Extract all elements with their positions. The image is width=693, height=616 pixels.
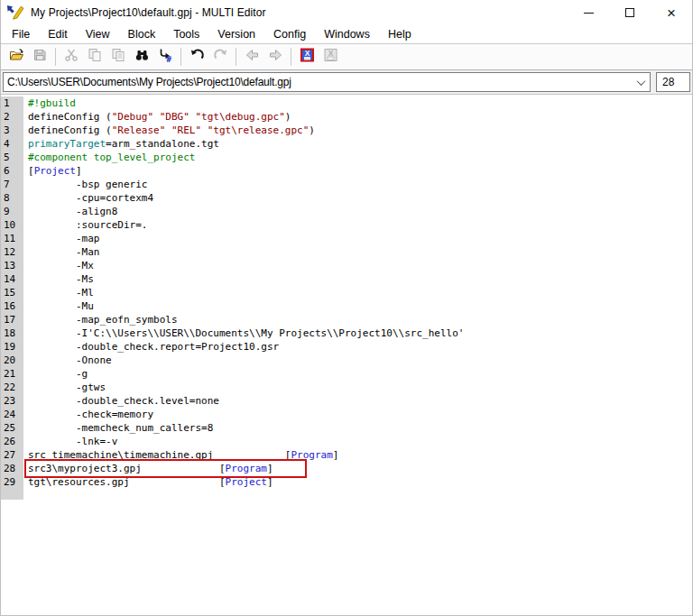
save-button[interactable]	[28, 46, 51, 68]
menu-file[interactable]: File	[3, 26, 39, 42]
line-number-gutter	[1, 489, 23, 500]
line-number: 5	[1, 151, 23, 164]
line-number: 25	[1, 421, 23, 435]
redo-button[interactable]	[208, 46, 232, 68]
editor-row-26: 26 -lnk=-v	[1, 435, 692, 448]
copy-button[interactable]	[83, 46, 106, 68]
code-line[interactable]: -Ml	[23, 286, 94, 299]
editor-row-4: 4primaryTarget=arm_standalone.tgt	[1, 137, 692, 151]
code-line[interactable]: -Man	[23, 245, 99, 259]
menu-bar: FileEditViewBlockToolsVersionConfigWindo…	[1, 25, 692, 44]
menu-tools[interactable]: Tools	[164, 26, 208, 42]
code-line[interactable]: -cpu=cortexm4	[23, 191, 153, 205]
code-line[interactable]: -align8	[23, 205, 117, 218]
close-file-button[interactable]: X	[319, 46, 342, 68]
editor-row-9: 9 -align8	[1, 205, 692, 218]
cut-button[interactable]	[60, 46, 83, 68]
code-line[interactable]: -map	[23, 232, 99, 245]
editor-row-23: 23 -double_check.level=none	[1, 394, 692, 408]
menu-config[interactable]: Config	[264, 26, 315, 42]
line-number: 11	[1, 232, 23, 245]
editor-row-11: 11 -map	[1, 232, 692, 245]
line-number: 28	[1, 462, 23, 475]
code-line[interactable]: -check=memory	[23, 408, 153, 421]
code-line[interactable]: :sourceDir=.	[23, 218, 147, 232]
undo-button[interactable]	[185, 46, 208, 68]
line-number: 15	[1, 286, 23, 299]
close-button[interactable]: ×	[651, 0, 692, 25]
toolbar-separator	[180, 48, 181, 66]
code-line[interactable]: -map_eofn_symbols	[23, 313, 178, 326]
code-line[interactable]: defineConfig ("Release" "REL" "tgt\relea…	[23, 124, 315, 137]
editor-row-6: 6[Project]	[1, 164, 692, 178]
chevron-down-icon	[636, 77, 645, 86]
menu-view[interactable]: View	[77, 26, 119, 42]
code-line[interactable]: -lnk=-v	[23, 435, 117, 448]
toolbar-separator	[236, 48, 236, 66]
title-bar: My Projects\Project10\default.gpj - MULT…	[1, 0, 692, 25]
editor-row-10: 10 :sourceDir=.	[1, 218, 692, 232]
code-line[interactable]: -Mu	[23, 299, 94, 313]
code-line[interactable]: #component top_level_project	[23, 151, 195, 164]
code-line[interactable]: src3\myproject3.gpj [Program]	[23, 462, 307, 475]
code-line[interactable]: -bsp generic	[23, 178, 147, 191]
line-number: 20	[1, 354, 23, 367]
line-number: 6	[1, 164, 23, 178]
line-number: 26	[1, 435, 23, 448]
copy-pages-icon	[88, 48, 103, 66]
code-line[interactable]: -gtws	[23, 381, 106, 394]
paste-pages-icon	[111, 48, 126, 66]
line-number-indicator[interactable]: 28	[656, 72, 690, 92]
code-line[interactable]: [Project]	[23, 164, 82, 178]
editor-row-28: 28src3\myproject3.gpj [Program]	[1, 462, 692, 475]
svg-text:X: X	[328, 49, 333, 58]
code-line[interactable]: #!gbuild	[23, 97, 76, 110]
code-editor[interactable]: 1#!gbuild2defineConfig ("Debug" "DBG" "t…	[1, 95, 692, 615]
editor-row-15: 15 -Ml	[1, 286, 692, 299]
editor-row-5: 5#component top_level_project	[1, 151, 692, 164]
code-line[interactable]: -Ms	[23, 272, 94, 286]
save-and-close-button[interactable]: X	[295, 46, 319, 68]
find-button[interactable]	[130, 46, 153, 68]
code-line[interactable]: -Onone	[23, 354, 112, 367]
line-number: 7	[1, 178, 23, 191]
line-number: 19	[1, 340, 23, 354]
forward-arrow-icon	[268, 48, 283, 66]
navigate-forward-button[interactable]	[263, 46, 287, 68]
combo-dropdown-button[interactable]	[632, 73, 650, 91]
menu-edit[interactable]: Edit	[39, 26, 77, 42]
code-line[interactable]: defineConfig ("Debug" "DBG" "tgt\debug.g…	[23, 110, 291, 124]
maximize-button[interactable]	[609, 0, 651, 25]
menu-version[interactable]: Version	[208, 26, 264, 42]
menu-block[interactable]: Block	[119, 26, 165, 42]
code-line[interactable]: -memcheck_num_callers=8	[23, 421, 213, 435]
goto-line-icon: #	[158, 48, 173, 66]
file-path-combobox[interactable]: C:\Users\USER\Documents\My Projects\Proj…	[3, 72, 651, 92]
path-bar: C:\Users\USER\Documents\My Projects\Proj…	[1, 70, 692, 95]
code-line[interactable]: -double_check.report=Project10.gsr	[23, 340, 279, 354]
minimize-button[interactable]	[568, 0, 609, 25]
navigate-back-button[interactable]	[240, 46, 263, 68]
paste-button[interactable]	[106, 46, 130, 68]
line-number: 27	[1, 448, 23, 462]
menu-help[interactable]: Help	[379, 26, 420, 42]
open-file-button[interactable]	[5, 46, 28, 68]
line-number: 13	[1, 259, 23, 272]
floppy-x-gray-icon: X	[323, 48, 338, 66]
goto-line-button[interactable]: #	[153, 46, 177, 68]
floppy-icon	[32, 48, 48, 66]
code-line[interactable]: -g	[23, 367, 88, 381]
code-line[interactable]: tgt\resources.gpj [Project]	[23, 475, 273, 489]
editor-row-29: 29tgt\resources.gpj [Project]	[1, 475, 692, 489]
line-number: 23	[1, 394, 23, 408]
code-line[interactable]: -double_check.level=none	[23, 394, 219, 408]
menu-windows[interactable]: Windows	[315, 26, 379, 42]
maximize-icon	[625, 8, 634, 17]
close-icon: ×	[667, 5, 676, 21]
line-number: 16	[1, 299, 23, 313]
code-line[interactable]: primaryTarget=arm_standalone.tgt	[23, 137, 219, 151]
code-line[interactable]: -Mx	[23, 259, 94, 272]
scissors-icon	[64, 48, 79, 66]
gutter-filler	[1, 489, 692, 500]
code-line[interactable]: -I'C:\\Users\\USER\\Documents\\My Projec…	[23, 326, 464, 340]
